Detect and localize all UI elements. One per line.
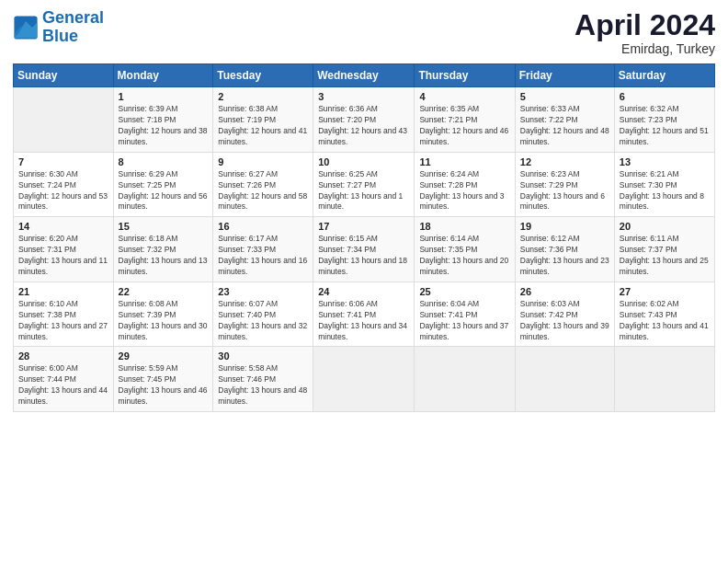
day-info: Sunrise: 6:03 AMSunset: 7:42 PMDaylight:… [520,299,609,343]
day-number: 23 [218,286,308,297]
day-info: Sunrise: 6:18 AMSunset: 7:32 PMDaylight:… [119,234,209,278]
calendar-cell: 25Sunrise: 6:04 AMSunset: 7:41 PMDayligh… [415,282,515,347]
day-info: Sunrise: 6:25 AMSunset: 7:27 PMDaylight:… [318,169,409,213]
calendar-cell: 15Sunrise: 6:18 AMSunset: 7:32 PMDayligh… [113,217,213,282]
calendar-cell: 11Sunrise: 6:24 AMSunset: 7:28 PMDayligh… [415,152,515,217]
day-info: Sunrise: 6:23 AMSunset: 7:29 PMDaylight:… [520,169,609,213]
calendar-cell: 29Sunrise: 5:59 AMSunset: 7:45 PMDayligh… [113,347,213,412]
calendar-cell: 12Sunrise: 6:23 AMSunset: 7:29 PMDayligh… [515,152,614,217]
day-info: Sunrise: 6:06 AMSunset: 7:41 PMDaylight:… [318,299,409,343]
calendar-cell: 19Sunrise: 6:12 AMSunset: 7:36 PMDayligh… [515,217,614,282]
day-info: Sunrise: 6:20 AMSunset: 7:31 PMDaylight:… [18,234,108,278]
calendar-cell [614,347,714,412]
header-friday: Friday [515,64,614,87]
logo-line1: General [42,8,104,27]
calendar-cell: 1Sunrise: 6:39 AMSunset: 7:18 PMDaylight… [113,87,213,153]
day-info: Sunrise: 6:15 AMSunset: 7:34 PMDaylight:… [318,234,409,278]
day-number: 15 [119,221,209,232]
day-info: Sunrise: 5:59 AMSunset: 7:45 PMDaylight:… [119,363,209,408]
calendar-cell: 23Sunrise: 6:07 AMSunset: 7:40 PMDayligh… [213,282,313,347]
header-wednesday: Wednesday [313,64,415,87]
day-number: 22 [119,286,209,297]
day-info: Sunrise: 6:14 AMSunset: 7:35 PMDaylight:… [419,234,509,278]
day-info: Sunrise: 6:38 AMSunset: 7:19 PMDaylight:… [218,104,308,148]
logo: General Blue [13,9,104,46]
calendar-cell [14,87,114,153]
day-info: Sunrise: 6:32 AMSunset: 7:23 PMDaylight:… [620,104,710,148]
day-number: 25 [419,286,509,297]
day-info: Sunrise: 6:04 AMSunset: 7:41 PMDaylight:… [419,299,509,343]
calendar-cell: 28Sunrise: 6:00 AMSunset: 7:44 PMDayligh… [14,347,114,412]
calendar-cell: 22Sunrise: 6:08 AMSunset: 7:39 PMDayligh… [113,282,213,347]
day-number: 19 [520,221,609,232]
calendar-cell: 17Sunrise: 6:15 AMSunset: 7:34 PMDayligh… [313,217,415,282]
location-subtitle: Emirdag, Turkey [574,41,715,56]
day-info: Sunrise: 6:07 AMSunset: 7:40 PMDaylight:… [218,299,308,343]
header-monday: Monday [113,64,213,87]
calendar-cell: 6Sunrise: 6:32 AMSunset: 7:23 PMDaylight… [614,87,714,153]
day-info: Sunrise: 6:17 AMSunset: 7:33 PMDaylight:… [218,234,308,278]
calendar-header: Sunday Monday Tuesday Wednesday Thursday… [14,64,715,87]
day-info: Sunrise: 6:02 AMSunset: 7:43 PMDaylight:… [620,299,710,343]
day-number: 13 [620,156,710,167]
day-number: 20 [620,221,710,232]
calendar-cell [415,347,515,412]
day-number: 17 [318,221,409,232]
logo-icon [13,15,39,40]
day-number: 6 [620,91,710,102]
calendar-cell: 16Sunrise: 6:17 AMSunset: 7:33 PMDayligh… [213,217,313,282]
day-number: 3 [318,91,409,102]
day-number: 30 [218,350,308,362]
header-row: Sunday Monday Tuesday Wednesday Thursday… [14,64,715,87]
header: General Blue April 2024 Emirdag, Turkey [13,9,715,56]
calendar-cell: 5Sunrise: 6:33 AMSunset: 7:22 PMDaylight… [515,87,614,153]
day-info: Sunrise: 6:33 AMSunset: 7:22 PMDaylight:… [520,104,609,148]
calendar-cell: 27Sunrise: 6:02 AMSunset: 7:43 PMDayligh… [614,282,714,347]
day-info: Sunrise: 6:29 AMSunset: 7:25 PMDaylight:… [119,169,209,213]
calendar-cell: 18Sunrise: 6:14 AMSunset: 7:35 PMDayligh… [415,217,515,282]
day-info: Sunrise: 6:08 AMSunset: 7:39 PMDaylight:… [119,299,209,343]
calendar-table: Sunday Monday Tuesday Wednesday Thursday… [13,63,715,412]
day-number: 4 [419,91,509,102]
calendar-cell: 4Sunrise: 6:35 AMSunset: 7:21 PMDaylight… [415,87,515,153]
day-info: Sunrise: 6:24 AMSunset: 7:28 PMDaylight:… [419,169,509,213]
day-info: Sunrise: 6:39 AMSunset: 7:18 PMDaylight:… [119,104,209,148]
title-block: April 2024 Emirdag, Turkey [574,9,715,56]
header-tuesday: Tuesday [213,64,313,87]
calendar-cell: 7Sunrise: 6:30 AMSunset: 7:24 PMDaylight… [14,152,114,217]
day-info: Sunrise: 5:58 AMSunset: 7:46 PMDaylight:… [218,363,308,408]
calendar-cell: 10Sunrise: 6:25 AMSunset: 7:27 PMDayligh… [313,152,415,217]
day-info: Sunrise: 6:21 AMSunset: 7:30 PMDaylight:… [620,169,710,213]
calendar-cell: 26Sunrise: 6:03 AMSunset: 7:42 PMDayligh… [515,282,614,347]
day-info: Sunrise: 6:27 AMSunset: 7:26 PMDaylight:… [218,169,308,213]
calendar-cell [515,347,614,412]
calendar-week-2: 14Sunrise: 6:20 AMSunset: 7:31 PMDayligh… [14,217,715,282]
header-saturday: Saturday [614,64,714,87]
logo-line2: Blue [42,27,78,45]
calendar-cell: 8Sunrise: 6:29 AMSunset: 7:25 PMDaylight… [113,152,213,217]
day-number: 8 [119,156,209,167]
day-number: 5 [520,91,609,102]
calendar-cell: 21Sunrise: 6:10 AMSunset: 7:38 PMDayligh… [14,282,114,347]
day-number: 11 [419,156,509,167]
day-number: 26 [520,286,609,297]
day-number: 7 [18,156,108,167]
calendar-cell: 2Sunrise: 6:38 AMSunset: 7:19 PMDaylight… [213,87,313,153]
month-title: April 2024 [574,9,715,41]
day-number: 1 [119,91,209,102]
header-sunday: Sunday [14,64,114,87]
calendar-cell: 24Sunrise: 6:06 AMSunset: 7:41 PMDayligh… [313,282,415,347]
day-number: 16 [218,221,308,232]
day-number: 21 [18,286,108,297]
calendar-cell: 3Sunrise: 6:36 AMSunset: 7:20 PMDaylight… [313,87,415,153]
day-info: Sunrise: 6:00 AMSunset: 7:44 PMDaylight:… [18,363,108,408]
day-info: Sunrise: 6:35 AMSunset: 7:21 PMDaylight:… [419,104,509,148]
day-info: Sunrise: 6:12 AMSunset: 7:36 PMDaylight:… [520,234,609,278]
calendar-cell: 13Sunrise: 6:21 AMSunset: 7:30 PMDayligh… [614,152,714,217]
calendar-cell [313,347,415,412]
calendar-week-4: 28Sunrise: 6:00 AMSunset: 7:44 PMDayligh… [14,347,715,412]
day-number: 10 [318,156,409,167]
day-number: 2 [218,91,308,102]
page-container: General Blue April 2024 Emirdag, Turkey … [0,0,728,421]
day-info: Sunrise: 6:10 AMSunset: 7:38 PMDaylight:… [18,299,108,343]
